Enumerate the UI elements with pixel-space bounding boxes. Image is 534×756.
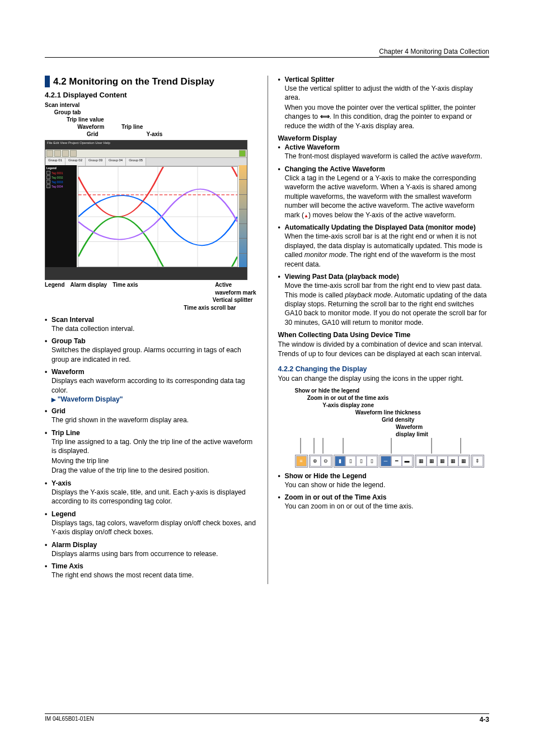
trend-screenshot: File Edit View Project Operation User He… — [45, 140, 247, 280]
bullet-active-waveform: Active Waveform The front-most displayed… — [278, 143, 490, 161]
icon-annotations: Show or hide the legend Zoom in or out o… — [295, 387, 490, 438]
annot-time-scrollbar: Time axis scroll bar — [45, 304, 256, 312]
bd-playback-mode: Move the time-axis scroll bar from the r… — [278, 281, 490, 327]
trend-figure-block: Scan interval Group tab Trip line value … — [45, 101, 256, 311]
yaxis-zone-2-icon[interactable]: ▯ — [345, 456, 356, 466]
bd-change-active: Click a tag in the Legend or a Y-axis to… — [278, 174, 490, 220]
ia-line-thickness: Waveform line thickness — [295, 409, 490, 416]
heading-waveform-display: Waveform Display — [278, 134, 490, 142]
annot-active-1: Active — [215, 282, 232, 288]
fig-legend: Legend Tag 0001 Tag 0002 Tag 0003 Tag 00… — [45, 165, 77, 268]
grid-5-icon[interactable]: ▦ — [458, 456, 469, 466]
running-head: Chapter 4 Monitoring Data Collection — [379, 48, 489, 57]
bd-vertical-splitter-2: When you move the pointer over the verti… — [278, 103, 490, 130]
aw-em: active waveform — [431, 152, 480, 160]
footer-doc-id: IM 04L65B01-01EN — [45, 716, 94, 724]
bt-scan-interval: Scan Interval — [45, 316, 256, 324]
zoom-out-icon[interactable]: ⊖ — [321, 456, 331, 466]
subsection-421: 4.2.1 Displayed Content — [45, 91, 256, 99]
ia-grid-density: Grid density — [295, 416, 490, 423]
ia-yaxis-zone: Y-axis display zone — [295, 402, 490, 409]
bt-monitor-mode: Automatically Updating the Displayed Dat… — [278, 223, 490, 231]
icon-toolbar-row: ≡ ⊕ ⊖ ▮ ▯ ▯ ▯ ─ ━ ▬ — [295, 455, 490, 468]
legend-toggle-icon[interactable]: ≡ — [296, 456, 307, 466]
mm-em: monitor mode — [305, 251, 346, 259]
bt-y-axis: Y-axis — [45, 479, 256, 487]
bt-grid: Grid — [45, 407, 256, 415]
figure-bottom-annotations: Legend Alarm display Time axis Active wa… — [45, 281, 256, 311]
fig-right-strip — [239, 165, 247, 268]
bd-vertical-splitter-1: Use the vertical splitter to adjust the … — [278, 84, 490, 102]
intro-422: You can change the display using the ico… — [278, 374, 490, 383]
bt-playback-mode: Viewing Past Data (playback mode) — [278, 273, 490, 281]
zoom-in-icon[interactable]: ⊕ — [310, 456, 321, 466]
bullet-vertical-splitter: Vertical Splitter Use the vertical split… — [278, 76, 490, 130]
body-device-time: The window is divided by a combination o… — [278, 340, 490, 358]
annot-group-tab: Group tab — [45, 109, 256, 116]
bd-waveform: Displays each waveform according to its … — [45, 376, 256, 395]
header-rule — [45, 57, 489, 58]
line-med-icon[interactable]: ━ — [391, 456, 402, 466]
bt-trip-line: Trip Line — [45, 429, 256, 437]
annot-trip-line-value: Trip line value — [45, 116, 256, 123]
figure-top-annotations: Scan interval Group tab Trip line value … — [45, 101, 256, 138]
yaxis-zone-1-icon[interactable]: ▮ — [335, 456, 345, 466]
bd-y-axis: Displays the Y-axis scale, title, and un… — [45, 488, 256, 506]
bt-zoom-time: Zoom in or out of the Time Axis — [278, 493, 490, 501]
aw-pre: The front-most displayed waveform is cal… — [285, 152, 431, 160]
bd-scan-interval: The data collection interval. — [45, 324, 256, 333]
bt-change-active: Changing the Active Waveform — [278, 165, 490, 173]
fig-plot — [78, 166, 238, 267]
page-footer: IM 04L65B01-01EN 4-3 — [45, 713, 489, 724]
grid-4-icon[interactable]: ▦ — [448, 456, 458, 466]
bt-waveform: Waveform — [45, 368, 256, 376]
annot-active-2: waveform mark — [215, 290, 256, 296]
annot-vertical-splitter: Vertical splitter — [45, 296, 256, 304]
active-mark-icon: ▲ — [304, 213, 308, 218]
annot-grid-yaxis: Grid Y-axis — [45, 130, 256, 138]
bd-show-legend: You can show or hide the legend. — [278, 480, 490, 489]
bt-active-waveform: Active Waveform — [278, 143, 490, 151]
grid-1-icon[interactable]: ▦ — [416, 456, 427, 466]
bd-alarm-display: Displays alarms using bars from occurren… — [45, 549, 256, 558]
line-thick-icon[interactable]: ▬ — [402, 456, 413, 466]
annot-time-axis: Time axis — [113, 281, 138, 296]
bd-monitor-mode: When the time-axis scroll bar is at the … — [278, 232, 490, 269]
pm-em: playback mode — [345, 291, 391, 299]
waveform-limit-icon[interactable]: ⇕ — [472, 456, 483, 466]
bd-time-axis: The right end shows the most recent data… — [45, 571, 256, 580]
ca-post: ) moves below the Y-axis of the active w… — [308, 211, 456, 219]
line-thin-icon[interactable]: ─ — [381, 456, 391, 466]
bd-group-tab: Switches the displayed group. Alarms occ… — [45, 346, 256, 364]
bd-trip-line-moving: Moving the trip line — [45, 456, 256, 465]
annot-alarm-display: Alarm display — [71, 281, 107, 296]
grid-3-icon[interactable]: ▦ — [437, 456, 448, 466]
bt-vertical-splitter: Vertical Splitter — [278, 76, 490, 83]
yaxis-zone-3-icon[interactable]: ▯ — [356, 456, 367, 466]
bd-zoom-time: You can zoom in on or out of the time ax… — [278, 502, 490, 511]
fig-toolbar — [45, 150, 247, 158]
section-title-text: 4.2 Monitoring on the Trend Display — [53, 76, 214, 87]
bt-time-axis: Time Axis — [45, 562, 256, 570]
annot-waveform-tripline: Waveform Trip line — [45, 123, 256, 130]
grid-2-icon[interactable]: ▦ — [427, 456, 437, 466]
bt-alarm-display: Alarm Display — [45, 541, 256, 549]
section-title: 4.2 Monitoring on the Trend Display — [45, 76, 256, 87]
aw-post: . — [480, 152, 482, 160]
bt-show-legend: Show or Hide the Legend — [278, 472, 490, 480]
section-accent-bar — [45, 76, 50, 87]
yaxis-zone-4-icon[interactable]: ▯ — [367, 456, 377, 466]
ia-legend: Show or hide the legend — [295, 387, 490, 394]
ia-zoom: Zoom in or out of the time axis — [295, 394, 490, 402]
bd-grid: The grid shown in the waveform display a… — [45, 416, 256, 424]
bullet-monitor-mode: Automatically Updating the Displayed Dat… — [278, 223, 490, 269]
annotation-leader-lines — [295, 438, 490, 454]
ia-wf-limit1: Waveform — [295, 423, 490, 431]
annot-legend: Legend — [45, 281, 65, 296]
xref-waveform-display[interactable]: "Waveform Display" — [45, 395, 256, 403]
footer-page-number: 4-3 — [480, 716, 489, 724]
bullet-playback-mode: Viewing Past Data (playback mode) Move t… — [278, 273, 490, 327]
ia-wf-limit2: display limit — [295, 431, 490, 438]
subsection-422: 4.2.2 Changing the Display — [278, 365, 490, 373]
bd-active-waveform: The front-most displayed waveform is cal… — [278, 152, 490, 161]
